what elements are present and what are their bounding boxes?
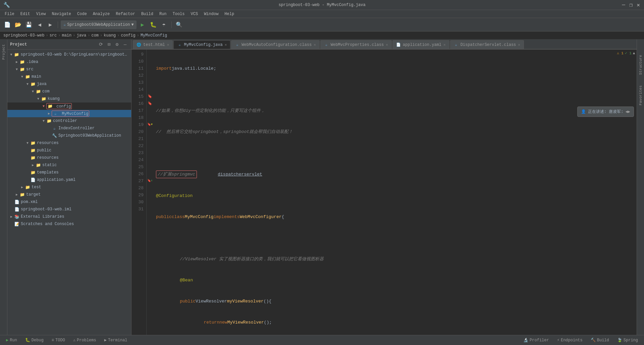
toolbar-back-btn[interactable]: ◀ — [35, 20, 44, 29]
tab-close-test-html[interactable]: ✕ — [167, 43, 169, 47]
bottom-tab-endpoints[interactable]: ⚡ Endpoints — [554, 337, 586, 343]
tree-item-main[interactable]: ▼ 📁 main — [7, 73, 131, 80]
maximize-button[interactable]: ❐ — [629, 3, 633, 7]
menu-item-run[interactable]: Run — [157, 11, 169, 17]
tree-item-idea[interactable]: ▶ 📁 .idea — [7, 58, 131, 66]
tree-item-springboot03app[interactable]: 🔧 Springboot03WebApplication — [7, 132, 131, 139]
tab-close-webmvcauto[interactable]: ✕ — [314, 43, 316, 47]
menu-item-navigate[interactable]: Navigate — [49, 11, 74, 17]
tree-item-iml[interactable]: 📄 springboot-03-web.iml — [7, 206, 131, 213]
gutter-14 — [147, 86, 153, 93]
toolbar-forward-btn[interactable]: ▶ — [46, 20, 55, 29]
gutter-13 — [147, 79, 153, 86]
bottom-tab-todo[interactable]: ≡ TODO — [48, 337, 68, 343]
tree-item-external[interactable]: ▶ 📚 External Libraries — [7, 213, 131, 220]
breadcrumb-item-5[interactable]: com — [91, 33, 99, 38]
tree-item-static[interactable]: ▶ 📁 static — [7, 161, 131, 169]
toolbar-open-btn[interactable]: 📂 — [13, 20, 23, 29]
tree-item-pomxml[interactable]: 📄 pom.xml — [7, 198, 131, 206]
breadcrumb-item-7[interactable]: config — [121, 33, 136, 38]
minimize-button[interactable]: — — [621, 3, 626, 7]
run-button[interactable]: ▶ — [138, 20, 147, 29]
tree-item-templates[interactable]: 📁 templates — [7, 169, 131, 176]
menu-item-window[interactable]: Window — [201, 11, 221, 17]
gutter-9 — [147, 51, 153, 58]
run-config-selector[interactable]: ☕ Springboot03WebApplication ▼ — [61, 20, 137, 29]
tree-item-config[interactable]: ▼ 📁 config — [7, 102, 131, 110]
menu-item-tools[interactable]: Tools — [170, 11, 187, 17]
menu-item-code[interactable]: Code — [74, 11, 90, 17]
tab-icon-mymvcconfig: ☕ — [177, 43, 182, 47]
tab-close-dispatcherservlet[interactable]: ✕ — [518, 43, 520, 47]
tree-item-controller[interactable]: ▼ 📁 controller — [7, 117, 131, 125]
gutter-20 — [147, 128, 153, 135]
breadcrumb-item-4[interactable]: java — [76, 33, 86, 38]
tree-item-kuang[interactable]: ▼ 📁 kuang — [7, 95, 131, 102]
code-content[interactable]: import java.util.Locale; //如果，你想diy一些定制化… — [153, 50, 639, 335]
bottom-tab-profiler[interactable]: 🔬 Profiler — [520, 337, 552, 343]
bottom-tab-debug[interactable]: 🐛 Debug — [22, 337, 47, 343]
tree-label-controller: controller — [53, 119, 77, 123]
tab-test-html[interactable]: 🌐 test.html ✕ — [133, 40, 173, 49]
panel-sync-btn[interactable]: ⟳ — [98, 41, 104, 48]
tree-item-mymvcconfig[interactable]: ▶ ☕ MyMvcConfig — [7, 110, 131, 117]
tree-item-scratches[interactable]: 📝 Scratches and Consoles — [7, 220, 131, 228]
panel-settings-btn[interactable]: ⚙ — [114, 41, 120, 48]
tree-item-indexcontroller[interactable]: ☕ IndexController — [7, 125, 131, 132]
tree-arrow-external: ▶ — [9, 214, 14, 219]
tab-close-mymvcconfig[interactable]: ✕ — [225, 43, 227, 47]
menu-item-help[interactable]: Help — [222, 11, 237, 17]
java-icon-springboot03app: 🔧 — [52, 133, 57, 138]
tree-label-kuang: kuang — [48, 96, 60, 101]
tree-item-com[interactable]: ▼ 📁 com — [7, 88, 131, 95]
tree-item-target[interactable]: ▶ 📁 target — [7, 191, 131, 198]
tree-item-src[interactable]: ▼ 📁 src — [7, 66, 131, 73]
tree-item-test[interactable]: ▶ 📁 test — [7, 184, 131, 191]
tree-item-public[interactable]: 📁 public — [7, 147, 131, 154]
bottom-tab-build[interactable]: 🔨 Build — [587, 337, 612, 343]
tab-mymvcconfig[interactable]: ☕ MyMvcConfig.java ✕ — [173, 40, 230, 49]
tab-close-webmvcprop[interactable]: ✕ — [386, 43, 388, 47]
tab-dispatcherservlet[interactable]: ☕ DispatcherServlet.class ✕ — [450, 40, 524, 49]
menu-item-view[interactable]: View — [34, 11, 49, 17]
tree-arrow-kuang: ▼ — [36, 96, 41, 101]
gutter-28 — [147, 185, 153, 192]
tab-appyaml[interactable]: 📄 application.yaml ✕ — [392, 40, 449, 49]
menu-item-file[interactable]: File — [2, 11, 17, 17]
close-button[interactable]: ✕ — [636, 3, 641, 7]
tree-label-iml: springboot-03-web.iml — [21, 207, 71, 212]
menu-item-edit[interactable]: Edit — [18, 11, 33, 17]
menu-item-analyze[interactable]: Analyze — [90, 11, 112, 17]
breadcrumb-item-1[interactable]: springboot-03-web — [3, 33, 44, 38]
menu-item-vcs[interactable]: VCS — [188, 11, 201, 17]
menu-item-build[interactable]: Build — [139, 11, 156, 17]
breadcrumb-item-3[interactable]: main — [62, 33, 71, 38]
tree-item-root[interactable]: ▼ 📁 springboot-03-web D:\SpringLearn\spr… — [7, 51, 131, 58]
breadcrumb-item-2[interactable]: src — [50, 33, 57, 38]
breadcrumb-item-6[interactable]: kuang — [104, 33, 116, 38]
bottom-tab-terminal[interactable]: ▶ Terminal — [101, 337, 131, 343]
toolbar-new-btn[interactable]: 📄 — [3, 20, 12, 29]
vtab-project[interactable]: Project — [1, 42, 6, 62]
menu-item-refactor[interactable]: Refactor — [113, 11, 138, 17]
tree-label-public: public — [37, 148, 51, 153]
tree-item-appyaml[interactable]: 📄 application.yaml — [7, 176, 131, 184]
coverage-button[interactable]: ☂ — [159, 20, 169, 29]
bottom-tab-spring[interactable]: 🍃 Spring — [614, 337, 641, 343]
debug-button[interactable]: 🐛 — [149, 20, 158, 29]
tree-item-resources[interactable]: ▼ 📁 resources — [7, 139, 131, 147]
tab-webmvcprop[interactable]: ☕ WebMvcProperties.class ✕ — [320, 40, 392, 49]
tree-item-resources2[interactable]: 📁 resources — [7, 154, 131, 161]
code-line-10 — [156, 86, 639, 93]
bottom-tab-run[interactable]: ▶ Run — [3, 337, 20, 343]
vtab-structure[interactable]: Structure — [638, 53, 643, 77]
tab-close-appyaml[interactable]: ✕ — [443, 43, 446, 47]
toolbar-save-btn[interactable]: 💾 — [24, 20, 34, 29]
tab-webmvcauto[interactable]: ☕ WebMvcAutoConfiguration.class ✕ — [231, 40, 319, 49]
tree-item-java[interactable]: ▼ 📁 java — [7, 80, 131, 88]
panel-close-btn[interactable]: — — [122, 41, 128, 48]
panel-collapse-btn[interactable]: ⊟ — [106, 41, 112, 48]
bottom-tab-problems[interactable]: ⚠ Problems — [70, 337, 100, 343]
vtab-favorites[interactable]: Favorites — [638, 83, 643, 107]
toolbar-search-btn[interactable]: 🔍 — [174, 20, 184, 29]
